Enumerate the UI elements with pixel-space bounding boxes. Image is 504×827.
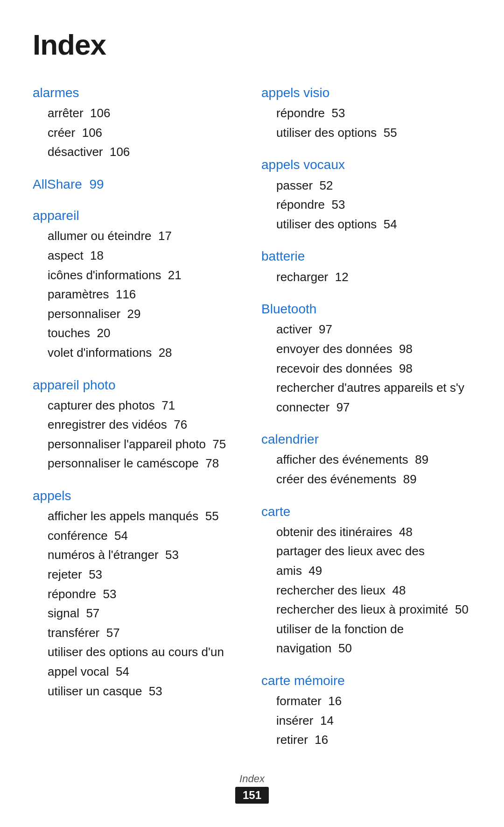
section-0-1: AllShare 99 xyxy=(33,175,243,193)
section-items-1-5: obtenir des itinéraires 48partager des l… xyxy=(261,523,471,658)
section-1-5: carteobtenir des itinéraires 48partager … xyxy=(261,502,471,658)
list-item[interactable]: créer 106 xyxy=(48,123,243,143)
list-item[interactable]: activer 97 xyxy=(276,320,471,339)
list-item[interactable]: enregistrer des vidéos 76 xyxy=(48,415,243,435)
list-item[interactable]: aspect 18 xyxy=(48,246,243,266)
list-item[interactable]: arrêter 106 xyxy=(48,104,243,123)
list-item[interactable]: désactiver 106 xyxy=(48,142,243,162)
list-item[interactable]: utiliser de la fonction de navigation 50 xyxy=(276,620,471,658)
page-footer: Index 151 xyxy=(0,773,504,804)
list-item[interactable]: retirer 16 xyxy=(276,730,471,750)
section-0-4: appelsafficher les appels manqués 55conf… xyxy=(33,487,243,701)
section-items-1-4: afficher des événements 89créer des évén… xyxy=(261,450,471,489)
section-0-3: appareil photocapturer des photos 71enre… xyxy=(33,376,243,474)
section-heading-1-1[interactable]: appels vocaux xyxy=(261,156,471,174)
section-1-4: calendrierafficher des événements 89crée… xyxy=(261,430,471,489)
list-item[interactable]: volet d'informations 28 xyxy=(48,343,243,363)
list-item[interactable]: numéros à l'étranger 53 xyxy=(48,545,243,565)
list-item[interactable]: signal 57 xyxy=(48,604,243,623)
section-heading-1-5[interactable]: carte xyxy=(261,502,471,521)
list-item[interactable]: recharger 12 xyxy=(276,268,471,287)
section-1-3: Bluetoothactiver 97envoyer des données 9… xyxy=(261,300,471,417)
list-item[interactable]: répondre 53 xyxy=(276,195,471,215)
list-item[interactable]: transférer 57 xyxy=(48,623,243,643)
column-0: alarmesarrêter 106créer 106désactiver 10… xyxy=(33,84,261,714)
list-item[interactable]: partager des lieux avec des amis 49 xyxy=(276,542,471,580)
list-item[interactable]: créer des événements 89 xyxy=(276,470,471,489)
section-heading-0-3[interactable]: appareil photo xyxy=(33,376,243,394)
section-heading-0-2[interactable]: appareil xyxy=(33,206,243,225)
section-0-0: alarmesarrêter 106créer 106désactiver 10… xyxy=(33,84,243,162)
list-item[interactable]: rechercher des lieux à proximité 50 xyxy=(276,600,471,620)
list-item[interactable]: utiliser des options 54 xyxy=(276,215,471,234)
section-items-0-2: allumer ou éteindre 17aspect 18icônes d'… xyxy=(33,226,243,362)
list-item[interactable]: rechercher des lieux 48 xyxy=(276,581,471,601)
list-item[interactable]: rejeter 53 xyxy=(48,565,243,585)
footer-page-number: 151 xyxy=(235,787,269,804)
section-heading-0-0[interactable]: alarmes xyxy=(33,84,243,102)
list-item[interactable]: répondre 53 xyxy=(276,104,471,123)
section-heading-0-1[interactable]: AllShare 99 xyxy=(33,175,243,193)
section-items-1-0: répondre 53utiliser des options 55 xyxy=(261,104,471,142)
list-item[interactable]: allumer ou éteindre 17 xyxy=(48,226,243,246)
list-item[interactable]: paramètres 116 xyxy=(48,285,243,304)
index-columns: alarmesarrêter 106créer 106désactiver 10… xyxy=(33,84,471,763)
section-heading-1-6[interactable]: carte mémoire xyxy=(261,671,471,690)
list-item[interactable]: rechercher d'autres appareils et s'y con… xyxy=(276,378,471,417)
list-item[interactable]: utiliser des options 55 xyxy=(276,123,471,143)
section-1-2: batterierecharger 12 xyxy=(261,247,471,287)
list-item[interactable]: conférence 54 xyxy=(48,526,243,546)
column-1: appels visiorépondre 53utiliser des opti… xyxy=(261,84,471,763)
list-item[interactable]: capturer des photos 71 xyxy=(48,396,243,416)
list-item[interactable]: personnaliser l'appareil photo 75 xyxy=(48,435,243,454)
section-items-0-3: capturer des photos 71enregistrer des vi… xyxy=(33,396,243,474)
section-heading-1-4[interactable]: calendrier xyxy=(261,430,471,448)
section-heading-0-4[interactable]: appels xyxy=(33,487,243,505)
section-heading-1-2[interactable]: batterie xyxy=(261,247,471,265)
section-heading-1-0[interactable]: appels visio xyxy=(261,84,471,102)
list-item[interactable]: recevoir des données 98 xyxy=(276,359,471,379)
section-items-1-1: passer 52répondre 53utiliser des options… xyxy=(261,176,471,234)
list-item[interactable]: icônes d'informations 21 xyxy=(48,266,243,285)
list-item[interactable]: personnaliser 29 xyxy=(48,304,243,324)
page-title: Index xyxy=(33,28,471,61)
list-item[interactable]: personnaliser le caméscope 78 xyxy=(48,454,243,474)
footer-label: Index xyxy=(0,773,504,785)
section-1-0: appels visiorépondre 53utiliser des opti… xyxy=(261,84,471,142)
section-items-1-3: activer 97envoyer des données 98recevoir… xyxy=(261,320,471,417)
section-1-6: carte mémoireformater 16insérer 14retire… xyxy=(261,671,471,750)
list-item[interactable]: utiliser des options au cours d'un appel… xyxy=(48,643,243,681)
list-item[interactable]: insérer 14 xyxy=(276,711,471,731)
list-item[interactable]: envoyer des données 98 xyxy=(276,339,471,359)
list-item[interactable]: répondre 53 xyxy=(48,585,243,604)
list-item[interactable]: obtenir des itinéraires 48 xyxy=(276,523,471,542)
list-item[interactable]: afficher des événements 89 xyxy=(276,450,471,470)
list-item[interactable]: touches 20 xyxy=(48,324,243,343)
section-1-1: appels vocauxpasser 52répondre 53utilise… xyxy=(261,156,471,234)
list-item[interactable]: afficher les appels manqués 55 xyxy=(48,507,243,526)
section-items-0-0: arrêter 106créer 106désactiver 106 xyxy=(33,104,243,162)
section-items-1-2: recharger 12 xyxy=(261,268,471,287)
list-item[interactable]: passer 52 xyxy=(276,176,471,196)
section-items-1-6: formater 16insérer 14retirer 16 xyxy=(261,692,471,750)
list-item[interactable]: formater 16 xyxy=(276,692,471,711)
section-heading-1-3[interactable]: Bluetooth xyxy=(261,300,471,318)
section-0-2: appareilallumer ou éteindre 17aspect 18i… xyxy=(33,206,243,362)
list-item[interactable]: utiliser un casque 53 xyxy=(48,682,243,701)
section-items-0-4: afficher les appels manqués 55conférence… xyxy=(33,507,243,701)
